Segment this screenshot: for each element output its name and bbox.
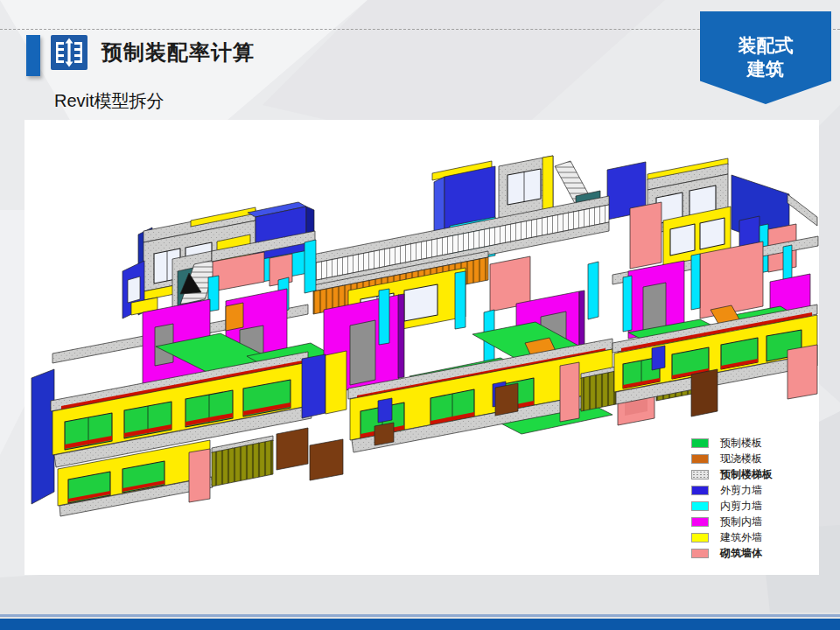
legend-item-label: 内剪力墙	[720, 499, 762, 514]
legend-color-swatch	[691, 501, 709, 511]
legend-item: 建筑外墙	[691, 533, 773, 542]
content-panel: 预制楼板现浇楼板预制楼梯板外剪力墙内剪力墙预制内墙建筑外墙砌筑墙体	[24, 120, 819, 575]
legend-item: 内剪力墙	[691, 501, 773, 511]
accent-bar	[26, 35, 40, 76]
legend-color-swatch	[691, 486, 709, 495]
legend-item: 预制楼板	[691, 438, 773, 448]
legend-item: 预制楼梯板	[691, 470, 773, 480]
legend-color-swatch	[691, 470, 709, 480]
legend-item-label: 预制楼梯板	[720, 467, 773, 482]
legend-color-swatch	[691, 454, 709, 464]
legend-color-swatch	[691, 533, 709, 542]
legend: 预制楼板现浇楼板预制楼梯板外剪力墙内剪力墙预制内墙建筑外墙砌筑墙体	[691, 438, 773, 558]
footer	[0, 614, 840, 630]
page-title: 预制装配率计算	[102, 38, 255, 66]
legend-item: 现浇楼板	[691, 454, 773, 464]
legend-item-label: 建筑外墙	[720, 530, 762, 545]
slide: { "slide": { "title": "预制装配率计算", "subtit…	[0, 0, 840, 630]
legend-item: 预制内墙	[691, 517, 773, 527]
legend-item-label: 砌筑墙体	[720, 546, 762, 561]
badge-line-1: 装配式	[700, 33, 831, 57]
legend-item-label: 外剪力墙	[720, 483, 762, 498]
section-subtitle: Revit模型拆分	[54, 89, 164, 113]
badge-line-2: 建筑	[700, 57, 831, 80]
legend-item-label: 预制楼板	[720, 436, 762, 451]
legend-item: 砌筑墙体	[691, 549, 773, 558]
footer-bar	[0, 619, 840, 630]
legend-item-label: 现浇楼板	[720, 452, 762, 466]
legend-item-label: 预制内墙	[720, 514, 762, 529]
legend-color-swatch	[691, 549, 709, 558]
legend-item: 外剪力墙	[691, 486, 773, 495]
legend-color-swatch	[691, 517, 709, 527]
legend-color-swatch	[691, 438, 709, 448]
company-logo-icon	[51, 35, 88, 70]
